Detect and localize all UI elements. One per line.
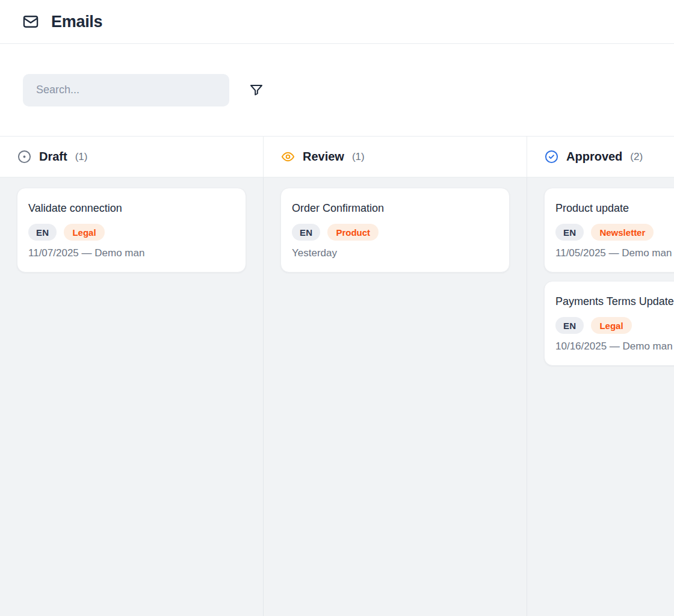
language-badge: EN [555,317,584,334]
column-approved: Product update EN Newsletter 11/05/2025 … [527,177,674,616]
badge-row: EN Legal [555,317,674,334]
column-header-review: Review (1) [264,137,527,177]
column-count: (1) [352,151,365,163]
mail-icon [22,13,40,30]
email-card[interactable]: Order Confirmation EN Product Yesterday [280,188,510,273]
board-column-headers: Draft (1) Review (1) Approved (2) [0,137,674,177]
card-title: Order Confirmation [292,202,498,215]
column-header-approved: Approved (2) [527,137,674,177]
filter-icon [249,83,264,97]
language-badge: EN [555,224,584,241]
column-label: Review [303,150,344,164]
language-badge: EN [28,224,57,241]
column-header-draft: Draft (1) [0,137,264,177]
kanban-board: Validate connection EN Legal 11/07/2025 … [0,177,674,616]
page-title: Emails [51,13,102,31]
email-card[interactable]: Payments Terms Update EN Legal 10/16/202… [544,281,674,366]
card-meta: Yesterday [292,247,498,259]
email-card[interactable]: Validate connection EN Legal 11/07/2025 … [17,188,246,273]
category-badge: Product [327,224,379,241]
language-badge: EN [292,224,320,241]
search-input[interactable] [23,74,229,106]
badge-row: EN Legal [28,224,235,241]
category-badge: Legal [591,317,631,334]
card-meta: 11/05/2025 — Demo man [555,247,674,259]
column-count: (2) [630,151,643,163]
emails-page: Emails Draft (1) Review (1) [0,0,674,616]
card-title: Product update [555,202,674,215]
page-header: Emails [0,0,674,44]
filter-button[interactable] [243,76,270,104]
category-badge: Legal [64,224,104,241]
card-title: Payments Terms Update [555,295,674,308]
eye-icon [281,150,295,164]
card-title: Validate connection [28,202,235,215]
category-badge: Newsletter [591,224,654,241]
card-meta: 10/16/2025 — Demo man [555,340,674,353]
column-label: Draft [39,150,67,164]
toolbar [0,44,674,137]
email-card[interactable]: Product update EN Newsletter 11/05/2025 … [544,188,674,273]
badge-row: EN Product [292,224,498,241]
column-draft: Validate connection EN Legal 11/07/2025 … [0,177,264,616]
circle-dot-icon [17,150,31,164]
column-count: (1) [75,151,88,163]
badge-row: EN Newsletter [555,224,674,241]
circle-check-icon [545,150,558,164]
column-review: Order Confirmation EN Product Yesterday [264,177,527,616]
card-meta: 11/07/2025 — Demo man [28,247,235,259]
column-label: Approved [566,150,622,164]
